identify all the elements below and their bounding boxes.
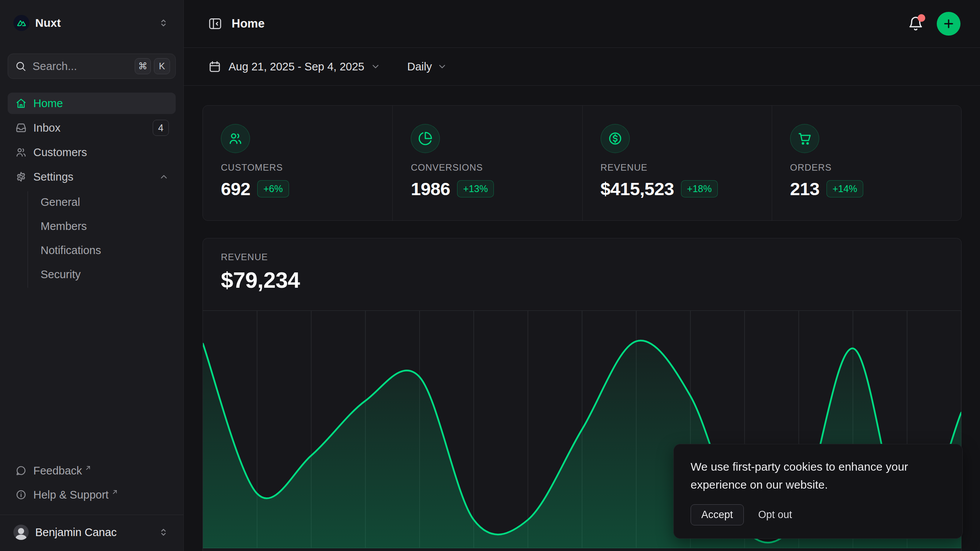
sidebar-item-label: Customers	[33, 146, 87, 159]
stat-delta-badge: +14%	[826, 180, 864, 197]
sub-item-label: Notifications	[41, 244, 101, 257]
stat-label: CONVERSIONS	[411, 162, 567, 173]
chevron-up-down-icon	[158, 18, 169, 28]
stat-label: ORDERS	[790, 162, 946, 173]
sidebar-item-settings[interactable]: Settings	[8, 166, 176, 187]
link-label: Help & Support	[33, 489, 109, 501]
chevron-up-down-icon	[158, 527, 169, 538]
plus-icon	[942, 17, 955, 30]
user-menu[interactable]: Benjamin Canac	[8, 519, 176, 546]
feedback-link[interactable]: Feedback	[8, 460, 176, 481]
sidebar-footer: Feedback Help & Support Benjamin Canac	[8, 460, 176, 546]
stat-value: 213	[790, 178, 820, 199]
search-input[interactable]	[33, 60, 132, 73]
filters-toolbar: Aug 21, 2025 - Sep 4, 2025 Daily	[184, 48, 980, 86]
settings-subnav: General Members Notifications Security	[28, 191, 176, 288]
sidebar-item-customers[interactable]: Customers	[8, 142, 176, 163]
external-link-icon	[111, 488, 119, 496]
stats-row: CUSTOMERS 692 +6% CONVERSIONS 1986 +13%	[203, 105, 962, 221]
sidebar-item-security[interactable]: Security	[28, 264, 176, 285]
sidebar: Nuxt ⌘ K Home Inbox 4	[0, 0, 184, 551]
sub-item-label: Security	[41, 268, 81, 281]
inbox-count-badge: 4	[153, 120, 169, 136]
date-range-label: Aug 21, 2025 - Sep 4, 2025	[229, 60, 364, 73]
stat-delta-badge: +18%	[681, 180, 718, 197]
stat-card-orders[interactable]: ORDERS 213 +14%	[772, 106, 961, 220]
stat-value: 692	[221, 178, 250, 199]
revenue-value: $79,234	[221, 267, 943, 293]
sidebar-item-label: Home	[33, 97, 63, 110]
inbox-icon	[15, 122, 27, 134]
search-icon	[15, 60, 26, 72]
stat-delta-badge: +6%	[257, 180, 289, 197]
avatar	[13, 525, 29, 540]
opt-out-button[interactable]: Opt out	[758, 509, 792, 521]
stat-card-revenue[interactable]: REVENUE $415,523 +18%	[582, 106, 772, 220]
chevron-down-icon	[371, 62, 381, 72]
message-bubble-icon	[15, 465, 27, 476]
user-name: Benjamin Canac	[35, 526, 117, 539]
external-link-icon	[84, 464, 92, 472]
sidebar-item-label: Inbox	[33, 122, 60, 134]
stat-delta-badge: +13%	[457, 180, 494, 197]
kbd-k: K	[154, 58, 170, 74]
granularity-label: Daily	[407, 60, 432, 73]
stat-label: REVENUE	[601, 162, 756, 173]
help-support-link[interactable]: Help & Support	[8, 484, 176, 505]
divider	[0, 515, 183, 515]
search-box[interactable]: ⌘ K	[8, 54, 176, 79]
page-title: Home	[232, 17, 265, 31]
notification-dot	[918, 14, 925, 22]
chevron-down-icon	[437, 62, 447, 72]
sidebar-item-label: Settings	[33, 171, 74, 183]
pie-chart-icon	[411, 124, 440, 153]
users-icon	[221, 124, 250, 153]
nuxt-logo-icon	[13, 15, 29, 31]
workspace-name: Nuxt	[35, 16, 61, 29]
users-icon	[15, 147, 27, 158]
page-header: Home	[184, 0, 980, 48]
sidebar-nav: Home Inbox 4 Customers Settings	[8, 93, 176, 291]
revenue-label: REVENUE	[221, 252, 943, 262]
date-range-picker[interactable]: Aug 21, 2025 - Sep 4, 2025	[208, 60, 381, 73]
circle-dollar-icon	[601, 124, 630, 153]
cookie-banner: We use first-party cookies to enhance yo…	[673, 444, 963, 539]
stat-label: CUSTOMERS	[221, 162, 377, 173]
gear-icon	[15, 171, 27, 183]
add-button[interactable]	[937, 12, 960, 36]
link-label: Feedback	[33, 465, 82, 477]
sidebar-item-notifications[interactable]: Notifications	[28, 240, 176, 261]
sub-item-label: Members	[41, 220, 87, 233]
sidebar-item-inbox[interactable]: Inbox 4	[8, 117, 176, 139]
cookie-message: We use first-party cookies to enhance yo…	[691, 458, 939, 494]
sidebar-item-general[interactable]: General	[28, 191, 176, 213]
stat-card-conversions[interactable]: CONVERSIONS 1986 +13%	[392, 106, 582, 220]
stat-value: 1986	[411, 178, 450, 199]
sidebar-item-members[interactable]: Members	[28, 215, 176, 237]
kbd-cmd: ⌘	[135, 58, 151, 74]
accept-button[interactable]: Accept	[691, 504, 744, 525]
sub-item-label: General	[41, 196, 80, 209]
stat-card-customers[interactable]: CUSTOMERS 692 +6%	[203, 106, 392, 220]
home-icon	[15, 98, 27, 109]
sidebar-item-home[interactable]: Home	[8, 93, 176, 114]
calendar-icon	[208, 60, 222, 73]
info-circle-icon	[15, 489, 27, 500]
stat-value: $415,523	[601, 178, 674, 199]
sidebar-collapse-icon[interactable]	[208, 16, 222, 31]
notifications-button[interactable]	[908, 16, 924, 32]
chevron-up-icon	[159, 172, 169, 182]
granularity-select[interactable]: Daily	[407, 60, 447, 73]
main-area: Home Aug 21, 2025 - Sep 4, 2025 Daily	[184, 0, 980, 551]
shopping-cart-icon	[790, 124, 819, 153]
workspace-switcher[interactable]: Nuxt	[8, 11, 176, 34]
